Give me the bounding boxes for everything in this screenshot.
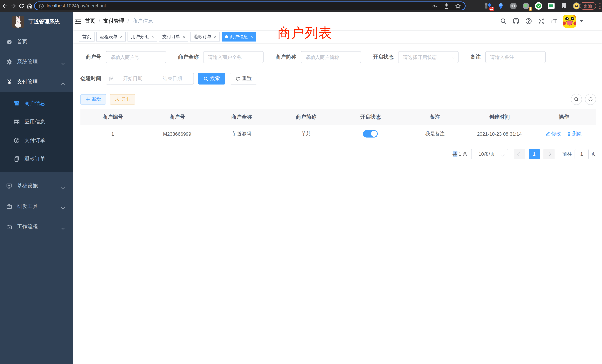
- help-icon[interactable]: [525, 18, 532, 24]
- breadcrumb-item[interactable]: 支付管理: [103, 18, 124, 24]
- user-avatar[interactable]: [563, 15, 576, 28]
- cell-full-name: 芋道源码: [209, 125, 274, 143]
- chevron-down-icon: [501, 153, 505, 156]
- tab-home[interactable]: 首页: [79, 32, 95, 41]
- sidebar-item-pay-order[interactable]: 支付订单: [0, 131, 73, 150]
- sidebar-item-home[interactable]: 首页: [0, 32, 73, 52]
- extension-icon[interactable]: [497, 2, 505, 10]
- breadcrumb: 首页 / 支付管理 / 商户信息: [85, 18, 153, 24]
- extension-icon[interactable]: [535, 2, 542, 10]
- short-name-input[interactable]: [301, 51, 361, 63]
- tab-label: 支付订单: [162, 32, 180, 41]
- refresh-button[interactable]: [585, 94, 596, 105]
- extension-badge: 10: [489, 7, 494, 11]
- font-size-icon[interactable]: [550, 18, 557, 24]
- sidebar-item-dev-tools[interactable]: 研发工具: [0, 196, 73, 216]
- page-size-select[interactable]: 10条/页: [471, 149, 508, 159]
- tab-label: 用户分组: [131, 32, 149, 41]
- reset-button[interactable]: 重置: [230, 73, 257, 85]
- tab-pay-order[interactable]: 支付订单×: [159, 32, 189, 41]
- extension-icon[interactable]: [548, 2, 555, 10]
- extension-icon[interactable]: 10: [484, 2, 492, 10]
- pagination: 共 1 条 10条/页 1 前往 页: [80, 149, 596, 159]
- next-page-button[interactable]: [543, 149, 555, 159]
- date-end-input[interactable]: 结束日期: [154, 75, 191, 82]
- close-icon[interactable]: ×: [151, 32, 154, 41]
- url-host: localhost: [47, 3, 65, 9]
- export-button[interactable]: 导出: [110, 94, 135, 105]
- sidebar-item-app-info[interactable]: 应用信息: [0, 113, 73, 131]
- full-name-input[interactable]: [203, 51, 264, 63]
- search-icon: [574, 97, 579, 102]
- tab-refund-order[interactable]: 退款订单×: [190, 32, 220, 41]
- close-icon[interactable]: ×: [214, 32, 216, 41]
- page-content: 商户号 商户全称 商户简称 开启状态: [73, 43, 602, 364]
- sidebar-toggle-icon[interactable]: [75, 18, 82, 25]
- extension-icon[interactable]: [510, 2, 517, 10]
- caret-down-icon[interactable]: [580, 20, 583, 22]
- breadcrumb-item[interactable]: 首页: [85, 18, 95, 24]
- tab-user-group[interactable]: 用户分组×: [128, 32, 157, 41]
- status-select[interactable]: [398, 51, 459, 63]
- tab-label: 商户信息: [230, 32, 248, 41]
- add-button[interactable]: 新增: [80, 94, 106, 105]
- breadcrumb-item-current: 商户信息: [132, 18, 153, 24]
- filter-label: 商户全称: [178, 54, 203, 60]
- sidebar-item-payment[interactable]: 支付管理: [0, 72, 73, 92]
- toggle-search-button[interactable]: [571, 94, 582, 105]
- cell-remark: 我是备注: [403, 125, 467, 143]
- browser-reload-icon[interactable]: [19, 3, 24, 9]
- close-icon[interactable]: ×: [120, 32, 122, 41]
- current-page[interactable]: 1: [529, 149, 540, 159]
- sidebar-item-system[interactable]: 系统管理: [0, 52, 73, 72]
- date-range-picker[interactable]: 开始日期 - 结束日期: [106, 73, 194, 85]
- close-icon[interactable]: ×: [183, 32, 185, 41]
- browser-forward-icon[interactable]: [10, 3, 16, 9]
- pagination-goto: 前往 页: [562, 149, 596, 159]
- sidebar-item-merchant-info[interactable]: 商户信息: [0, 94, 73, 113]
- col-actions: 操作: [532, 109, 596, 125]
- password-key-icon[interactable]: [432, 3, 438, 9]
- sidebar-item-infrastructure[interactable]: 基础设施: [0, 176, 73, 196]
- sidebar-item-label: 首页: [17, 39, 27, 45]
- logo-avatar: [12, 16, 24, 28]
- github-icon[interactable]: [513, 18, 519, 24]
- fullscreen-icon[interactable]: [538, 18, 545, 24]
- prev-page-button[interactable]: [514, 149, 525, 159]
- share-icon[interactable]: [443, 3, 450, 9]
- browser-back-icon[interactable]: [2, 3, 8, 9]
- address-bar[interactable]: localhost:1024/pay/merchant: [34, 1, 466, 10]
- remark-input[interactable]: [485, 51, 546, 63]
- edit-button[interactable]: 修改: [546, 130, 561, 137]
- tab-process-form[interactable]: 流程表单×: [96, 32, 126, 41]
- browser-update-button[interactable]: 更新: [580, 2, 596, 10]
- status-toggle[interactable]: [363, 130, 378, 138]
- url-path: :1024/pay/merchant: [65, 3, 106, 9]
- date-start-input[interactable]: 开始日期: [115, 75, 151, 82]
- sidebar-item-refund-order[interactable]: 退款订单: [0, 150, 73, 168]
- date-separator: -: [151, 76, 154, 81]
- sidebar-logo[interactable]: 芋道管理系统: [0, 12, 73, 32]
- col-status: 开启状态: [338, 109, 403, 125]
- goto-page-input[interactable]: [575, 149, 589, 159]
- close-icon[interactable]: ×: [251, 32, 253, 41]
- browser-home-icon[interactable]: [27, 3, 33, 9]
- merchant-no-input[interactable]: [106, 51, 166, 63]
- extensions-puzzle-icon[interactable]: [560, 2, 568, 10]
- filter-label: 开启状态: [373, 54, 398, 60]
- extension-emoji-icon[interactable]: [573, 2, 580, 10]
- sidebar-item-label: 研发工具: [17, 203, 38, 210]
- delete-button[interactable]: 删除: [567, 130, 582, 137]
- app-title: 芋道管理系统: [29, 19, 60, 25]
- search-icon[interactable]: [500, 18, 507, 24]
- sidebar-item-workflow[interactable]: 工作流程: [0, 216, 73, 237]
- annotation-title: 商户列表: [277, 24, 332, 42]
- extension-icon[interactable]: 1: [522, 2, 530, 10]
- plus-icon: [86, 97, 90, 102]
- browser-menu-icon[interactable]: [599, 3, 601, 9]
- tab-merchant-info[interactable]: 商户信息×: [222, 32, 256, 41]
- bookmark-star-icon[interactable]: [455, 3, 461, 9]
- search-button[interactable]: 搜索: [198, 73, 225, 85]
- status-select-input[interactable]: [398, 51, 459, 63]
- site-info-icon[interactable]: [39, 3, 44, 9]
